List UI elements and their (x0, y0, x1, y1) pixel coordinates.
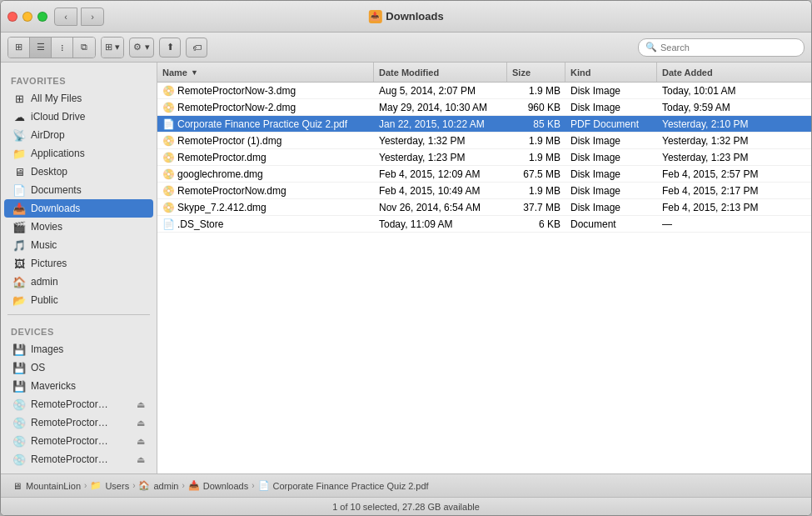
breadcrumb-item[interactable]: 📥Downloads (188, 480, 248, 492)
table-row[interactable]: 📄 .DS_Store Today, 11:09 AM 6 KB Documen… (157, 216, 811, 233)
breadcrumb-icon: 🖥 (11, 480, 22, 492)
sidebar-item-desktop[interactable]: 🖥 Desktop (4, 163, 153, 181)
sidebar-item-downloads[interactable]: 📥 Downloads (4, 199, 153, 218)
sidebar-item-documents[interactable]: 📄 Documents (4, 181, 153, 199)
table-row[interactable]: 📀 RemoteProctor.dmg Yesterday, 1:23 PM 1… (157, 149, 811, 166)
os-icon: 💾 (12, 361, 26, 374)
arrange-button[interactable]: ⊞ ▾ (102, 38, 123, 58)
maximize-button[interactable] (37, 12, 47, 22)
table-row[interactable]: 📀 RemoteProctorNow-3.dmg Aug 5, 2014, 2:… (157, 83, 811, 99)
share-button[interactable]: ⬆ (159, 38, 181, 58)
sidebar-item-label: Images (31, 343, 63, 355)
file-name: RemoteProctorNow-3.dmg (177, 85, 296, 97)
file-name: Skype_7.2.412.dmg (177, 202, 267, 213)
file-date-modified: May 29, 2014, 10:30 AM (374, 102, 507, 113)
window-title: 📥 Downloads (368, 10, 443, 23)
eject-button-2[interactable]: ⏏ (137, 418, 145, 428)
table-row[interactable]: 📀 Skype_7.2.412.dmg Nov 26, 2014, 6:54 A… (157, 199, 811, 216)
file-date-modified: Feb 4, 2015, 12:09 AM (374, 168, 507, 180)
sidebar-item-pictures[interactable]: 🖼 Pictures (4, 254, 153, 273)
movies-icon: 🎬 (12, 220, 26, 233)
remoteproctor4-icon: 💿 (12, 453, 26, 466)
breadcrumb-icon: 📥 (188, 480, 200, 492)
sidebar-item-os[interactable]: 💾 OS (4, 358, 153, 377)
date-modified-column-header[interactable]: Date Modified (374, 63, 507, 82)
close-button[interactable] (7, 12, 17, 22)
file-date-modified: Feb 4, 2015, 10:49 AM (374, 185, 507, 197)
file-size: 1.9 MB (507, 152, 565, 163)
file-kind: Disk Image (565, 152, 657, 163)
sidebar-item-images[interactable]: 💾 Images (4, 340, 153, 358)
eject-button-4[interactable]: ⏏ (137, 454, 145, 465)
tag-button[interactable]: 🏷 (186, 38, 207, 58)
sidebar-item-remoteproctor-2[interactable]: 💿 RemoteProctorNow... ⏏ (4, 413, 153, 432)
forward-button[interactable]: › (81, 8, 104, 26)
downloads-icon: 📥 (12, 202, 26, 215)
breadcrumb-icon: 📁 (90, 480, 102, 492)
size-column-header[interactable]: Size (507, 63, 565, 82)
file-name: RemoteProctorNow.dmg (177, 185, 286, 197)
list-view-button[interactable]: ☰ (30, 38, 52, 58)
file-size: 67.5 MB (507, 168, 565, 180)
all-my-files-icon: ⊞ (12, 92, 26, 105)
file-list: 📀 RemoteProctorNow-3.dmg Aug 5, 2014, 2:… (157, 83, 811, 473)
breadcrumb-item[interactable]: 🖥MountainLion (11, 480, 81, 492)
sidebar-item-admin[interactable]: 🏠 admin (4, 273, 153, 291)
table-row[interactable]: 📀 googlechrome.dmg Feb 4, 2015, 12:09 AM… (157, 166, 811, 183)
minimize-button[interactable] (22, 12, 32, 22)
table-row[interactable]: 📄 Corporate Finance Practice Quiz 2.pdf … (157, 116, 811, 133)
table-row[interactable]: 📀 RemoteProctorNow.dmg Feb 4, 2015, 10:4… (157, 183, 811, 199)
table-row[interactable]: 📀 RemoteProctor (1).dmg Yesterday, 1:32 … (157, 133, 811, 149)
sidebar-item-label: AirDrop (31, 129, 65, 141)
file-date-modified: Yesterday, 1:23 PM (374, 152, 507, 163)
file-name: RemoteProctorNow-2.dmg (177, 102, 296, 113)
sidebar-item-all-my-files[interactable]: ⊞ All My Files (4, 89, 153, 108)
breadcrumb-item[interactable]: 📄Corporate Finance Practice Quiz 2.pdf (258, 480, 429, 492)
status-text: 1 of 10 selected, 27.28 GB available (332, 502, 480, 512)
sidebar-item-applications[interactable]: 📁 Applications (4, 144, 153, 163)
back-button[interactable]: ‹ (54, 8, 77, 26)
eject-button-3[interactable]: ⏏ (137, 436, 145, 447)
eject-button-1[interactable]: ⏏ (137, 399, 145, 410)
sidebar-item-remoteproctor-4[interactable]: 💿 RemoteProctorNow... ⏏ (4, 450, 153, 468)
sidebar-item-public[interactable]: 📂 Public (4, 291, 153, 309)
breadcrumb-item[interactable]: 📁Users (90, 480, 129, 492)
table-row[interactable]: 📀 RemoteProctorNow-2.dmg May 29, 2014, 1… (157, 99, 811, 116)
pictures-icon: 🖼 (12, 257, 26, 270)
breadcrumb-label: admin (153, 481, 178, 491)
file-icon: 📀 (162, 152, 174, 163)
main-area: Favorites ⊞ All My Files ☁ iCloud Drive … (1, 63, 811, 473)
file-kind: Disk Image (565, 202, 657, 213)
traffic-lights (7, 12, 47, 22)
icon-view-button[interactable]: ⊞ (8, 38, 30, 58)
search-input[interactable] (660, 43, 797, 53)
sidebar-item-label: Music (31, 239, 57, 251)
action-button[interactable]: ⚙ ▾ (129, 38, 154, 58)
sidebar-item-mavericks[interactable]: 💾 Mavericks (4, 377, 153, 395)
sidebar-item-airdrop[interactable]: 📡 AirDrop (4, 126, 153, 144)
sidebar-item-label: Downloads (31, 203, 80, 214)
file-size: 85 KB (507, 118, 565, 130)
name-column-header[interactable]: Name ▼ (157, 63, 374, 82)
sidebar-item-label: iCloud Drive (31, 111, 85, 123)
sidebar-item-movies[interactable]: 🎬 Movies (4, 218, 153, 236)
kind-column-header[interactable]: Kind (565, 63, 657, 82)
sidebar-item-music[interactable]: 🎵 Music (4, 236, 153, 254)
breadcrumb-item[interactable]: 🏠admin (138, 480, 178, 492)
file-size: 960 KB (507, 102, 565, 113)
file-kind: Disk Image (565, 85, 657, 97)
toolbar: ⊞ ☰ ⫶ ⧉ ⊞ ▾ ⚙ ▾ ⬆ 🏷 🔍 (1, 33, 811, 63)
search-box[interactable]: 🔍 (638, 38, 805, 57)
public-icon: 📂 (12, 293, 26, 307)
sidebar-item-remoteproctor-1[interactable]: 💿 RemoteProctorNow... ⏏ (4, 395, 153, 413)
breadcrumb-separator: › (252, 481, 254, 490)
date-added-column-header[interactable]: Date Added (657, 63, 811, 82)
sort-arrow: ▼ (191, 68, 198, 77)
sidebar-item-icloud-drive[interactable]: ☁ iCloud Drive (4, 108, 153, 126)
cover-flow-button[interactable]: ⧉ (73, 38, 95, 58)
column-view-button[interactable]: ⫶ (52, 38, 73, 58)
remoteproctor1-icon: 💿 (12, 398, 26, 411)
sidebar-item-remoteproctor-3[interactable]: 💿 RemoteProctorNow... ⏏ (4, 432, 153, 450)
column-headers: Name ▼ Date Modified Size Kind Date Adde… (157, 63, 811, 83)
sidebar: Favorites ⊞ All My Files ☁ iCloud Drive … (1, 63, 157, 473)
